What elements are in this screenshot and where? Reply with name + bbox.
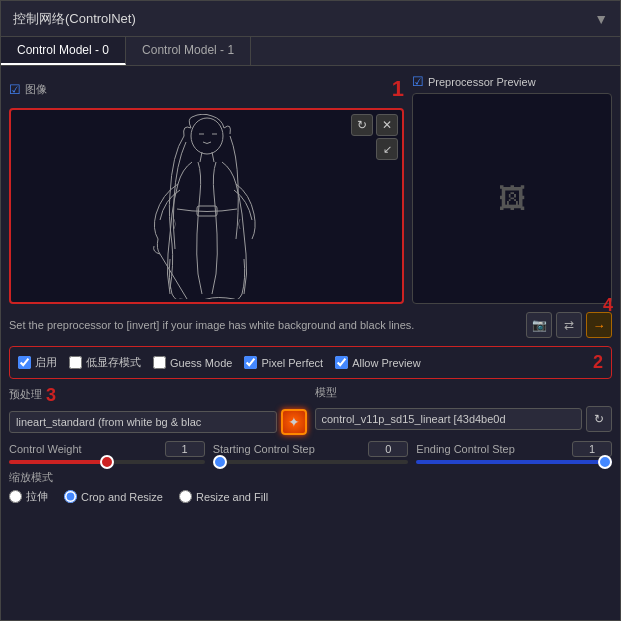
panel-collapse-icon[interactable]: ▼ [594,11,608,27]
preview-placeholder-icon: 🖼 [498,182,526,215]
model-select-container: control_v11p_sd15_lineart [43d4be0d ↻ [315,406,613,432]
badge-4: 4 [603,295,613,316]
enable-label: 启用 [35,355,57,370]
model-col: 模型 control_v11p_sd15_lineart [43d4be0d ↻ [315,385,613,432]
zoom-crop-radio[interactable] [64,490,77,503]
camera-button[interactable]: 📷 [526,312,552,338]
hint-row: Set the preprocessor to [invert] if your… [9,310,612,340]
ending-step-group: Ending Control Step [416,441,612,464]
allow-preview-input[interactable] [335,356,348,369]
zoom-fill-option[interactable]: Resize and Fill [179,490,268,503]
character-sketch [142,114,272,299]
low-vram-checkbox[interactable]: 低显存模式 [69,355,141,370]
tabs-row: Control Model - 0 Control Model - 1 [1,37,620,66]
pixel-perfect-checkbox[interactable]: Pixel Perfect [244,356,323,369]
sliders-section: Control Weight Starting Control Step End… [9,441,612,464]
image-checkbox-icon[interactable]: ☑ [9,82,21,97]
enable-input[interactable] [18,356,31,369]
image-upload-area[interactable]: ↻ ✕ ↙ [9,108,404,304]
image-panel-left: ☑ 图像 1 ↻ ✕ ↙ [9,74,404,304]
preprocessor-col: 预处理 3 lineart_standard (from white bg & … [9,385,307,435]
guess-mode-checkbox[interactable]: Guess Mode [153,356,232,369]
svg-line-6 [160,254,187,299]
zoom-mode-label: 缩放模式 [9,470,612,485]
preprocessor-select-container: lineart_standard (from white bg & blac ✦ [9,409,307,435]
run-preprocessor-button[interactable]: ✦ [281,409,307,435]
send-button[interactable]: → 4 [586,312,612,338]
enable-checkbox[interactable]: 启用 [18,355,57,370]
main-content: ☑ 图像 1 ↻ ✕ ↙ [1,66,620,620]
preprocessor-panel: ☑ Preprocessor Preview 🖼 [412,74,612,304]
image-row: ☑ 图像 1 ↻ ✕ ↙ [9,74,612,304]
swap-button[interactable]: ⇄ [556,312,582,338]
svg-line-4 [212,152,214,162]
model-section-label: 模型 [315,385,613,400]
zoom-stretch-label: 拉伸 [26,489,48,504]
zoom-mode-section: 缩放模式 拉伸 Crop and Resize Resize and Fill [9,470,612,504]
zoom-stretch-option[interactable]: 拉伸 [9,489,48,504]
tab-control-model-1[interactable]: Control Model - 1 [126,37,251,65]
zoom-fill-radio[interactable] [179,490,192,503]
guess-mode-label: Guess Mode [170,357,232,369]
allow-preview-label: Allow Preview [352,357,420,369]
checkbox-row: 启用 低显存模式 Guess Mode Pixel Perfect Allow … [9,346,612,379]
starting-step-label: Starting Control Step [213,443,315,455]
badge-2: 2 [593,352,603,373]
image-label-text: 图像 [25,82,47,97]
image-label: ☑ 图像 1 [9,74,404,104]
preprocessor-checkbox[interactable]: ☑ [412,74,424,89]
control-weight-group: Control Weight [9,441,205,464]
low-vram-input[interactable] [69,356,82,369]
hint-text: Set the preprocessor to [invert] if your… [9,319,526,331]
guess-mode-input[interactable] [153,356,166,369]
preprocessor-select[interactable]: lineart_standard (from white bg & blac [9,411,277,433]
allow-preview-checkbox[interactable]: Allow Preview [335,356,420,369]
refresh-model-button[interactable]: ↻ [586,406,612,432]
pixel-perfect-input[interactable] [244,356,257,369]
close-image-icon[interactable]: ✕ [376,114,398,136]
zoom-fill-label: Resize and Fill [196,491,268,503]
low-vram-label: 低显存模式 [86,355,141,370]
control-weight-slider[interactable] [9,460,205,464]
panel-title: 控制网络(ControlNet) [13,10,136,28]
svg-line-3 [200,152,202,162]
zoom-crop-label: Crop and Resize [81,491,163,503]
pixel-perfect-label: Pixel Perfect [261,357,323,369]
preprocessor-preview-label: Preprocessor Preview [428,76,536,88]
starting-step-group: Starting Control Step [213,441,409,464]
badge-3: 3 [46,385,56,406]
starting-step-slider[interactable] [213,460,409,464]
zoom-stretch-radio[interactable] [9,490,22,503]
badge-1: 1 [392,76,404,102]
svg-point-0 [191,118,223,154]
zoom-crop-option[interactable]: Crop and Resize [64,490,163,503]
preprocessor-section-label: 预处理 [9,387,42,402]
zoom-mode-radio-row: 拉伸 Crop and Resize Resize and Fill [9,489,612,504]
ending-step-slider[interactable] [416,460,612,464]
ending-step-label: Ending Control Step [416,443,514,455]
preprocessor-preview-area: 🖼 [412,93,612,304]
control-weight-label: Control Weight [9,443,82,455]
preprocessor-top: ☑ Preprocessor Preview [412,74,612,89]
panel-header: 控制网络(ControlNet) ▼ [1,1,620,37]
tab-control-model-0[interactable]: Control Model - 0 [1,37,126,65]
expand-image-icon[interactable]: ↙ [376,138,398,160]
refresh-image-icon[interactable]: ↻ [351,114,373,136]
preprocessor-model-row: 预处理 3 lineart_standard (from white bg & … [9,385,612,435]
model-select[interactable]: control_v11p_sd15_lineart [43d4be0d [315,408,583,430]
hint-actions: 📷 ⇄ → 4 [526,312,612,338]
controlnet-panel: 控制网络(ControlNet) ▼ Control Model - 0 Con… [0,0,621,621]
